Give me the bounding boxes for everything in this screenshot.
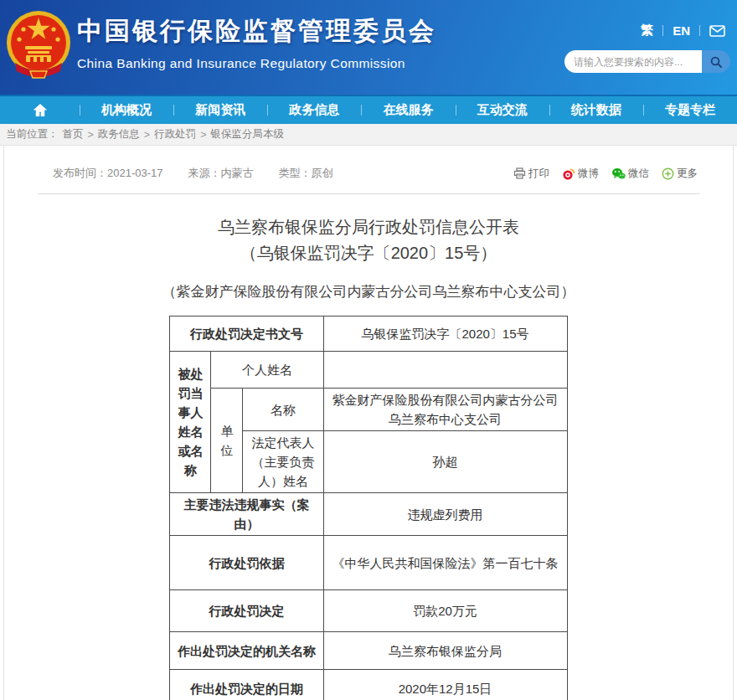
breadcrumb-gov-info[interactable]: 政务信息: [98, 127, 140, 142]
basis-label: 行政处罚依据: [170, 536, 323, 590]
decision-date-value: 2020年12月15日: [323, 670, 567, 700]
home-icon: [33, 103, 48, 117]
print-label: 打印: [528, 167, 549, 181]
type-value: 原创: [312, 167, 333, 179]
share-actions: 打印 微博: [513, 167, 698, 181]
print-button[interactable]: 打印: [513, 167, 549, 181]
lang-traditional-link[interactable]: 繁: [641, 23, 653, 39]
breadcrumb-branch-level[interactable]: 银保监分局本级: [210, 127, 284, 142]
personal-name-label: 个人姓名: [211, 352, 323, 389]
doc-number-value: 乌银保监罚决字〔2020〕15号: [323, 317, 567, 352]
nav-item-special-topics[interactable]: 专题专栏: [643, 96, 737, 124]
doc-number-label: 行政处罚决定书文号: [170, 317, 323, 352]
penalized-entity-line: （紫金财产保险股份有限公司内蒙古分公司乌兰察布中心支公司）: [4, 282, 733, 301]
publish-time-value: 2021-03-17: [107, 167, 163, 179]
mail-link[interactable]: [709, 25, 725, 37]
publish-time: 发布时间：2021-03-17: [53, 166, 163, 181]
site-identity: 中国银行保险监督管理委员会 China Banking and Insuranc…: [77, 14, 436, 71]
page-title-line1: 乌兰察布银保监分局行政处罚信息公开表: [4, 214, 733, 240]
personal-name-value: [323, 352, 567, 389]
breadcrumb: 当前位置： 首页 > 政务信息 > 行政处罚 > 银保监分局本级: [0, 124, 737, 146]
article-meta: 发布时间：2021-03-17 来源：内蒙古 类型：原创: [53, 166, 333, 181]
site-banner: 中国银行保险监督管理委员会 China Banking and Insuranc…: [0, 0, 737, 95]
source-label: 来源：: [188, 167, 221, 179]
party-group-label: 被处罚当事人姓名或名称: [170, 352, 211, 493]
separator: [699, 25, 700, 36]
decision-label: 行政处罚决定: [170, 590, 323, 632]
unit-label: 单位: [211, 389, 243, 493]
search-button[interactable]: [702, 50, 730, 73]
wechat-share-button[interactable]: 微信: [611, 167, 649, 181]
weibo-label: 微博: [578, 167, 599, 181]
more-share-button[interactable]: 更多: [662, 167, 698, 181]
legal-rep-label: 法定代表人（主要负责人）姓名: [243, 431, 323, 493]
lang-en-link[interactable]: EN: [673, 23, 690, 38]
unit-name-label: 名称: [243, 389, 323, 431]
source-value: 内蒙古: [221, 167, 254, 179]
publish-time-label: 发布时间：: [53, 167, 107, 179]
wechat-icon: [611, 167, 626, 180]
national-emblem-icon: [5, 8, 72, 83]
breadcrumb-penalty[interactable]: 行政处罚: [154, 127, 196, 142]
language-bar: 繁 EN: [641, 23, 725, 39]
meta-divider: [38, 193, 699, 194]
breadcrumb-separator: >: [88, 129, 94, 141]
decision-value: 罚款20万元: [323, 590, 567, 632]
plus-circle-icon: [662, 167, 674, 180]
main-nav: 机构概况 新闻资讯 政务信息 在线服务 互动交流 统计数据 专题专栏: [0, 95, 737, 124]
article-container: 发布时间：2021-03-17 来源：内蒙古 类型：原创 打印: [3, 146, 734, 700]
site-title: 中国银行保险监督管理委员会: [77, 14, 436, 49]
legal-rep-value: 孙超: [323, 431, 567, 493]
facts-label: 主要违法违规事实（案由）: [170, 493, 323, 536]
separator: [662, 25, 663, 36]
nav-item-orgs[interactable]: 机构概况: [80, 96, 173, 124]
decision-date-label: 作出处罚决定的日期: [170, 670, 323, 700]
page-title-line2: （乌银保监罚决字〔2020〕15号）: [4, 240, 733, 266]
basis-value: 《中华人民共和国保险法》第一百七十条: [323, 536, 567, 590]
type-label: 类型：: [279, 167, 312, 179]
breadcrumb-label: 当前位置：: [6, 127, 59, 142]
breadcrumb-home[interactable]: 首页: [63, 127, 84, 142]
site-subtitle: China Banking and Insurance Regulatory C…: [77, 56, 436, 71]
printer-icon: [513, 167, 526, 179]
nav-item-gov-info[interactable]: 政务信息: [267, 96, 361, 124]
nav-item-online-services[interactable]: 在线服务: [361, 96, 455, 124]
more-label: 更多: [677, 167, 698, 181]
article-meta-row: 发布时间：2021-03-17 来源：内蒙古 类型：原创 打印: [4, 146, 733, 181]
wechat-label: 微信: [628, 167, 649, 181]
mail-icon: [709, 25, 725, 37]
weibo-icon: [562, 167, 575, 180]
nav-item-news[interactable]: 新闻资讯: [173, 96, 267, 124]
search-input[interactable]: [564, 50, 702, 73]
authority-label: 作出处罚决定的机关名称: [170, 632, 323, 670]
nav-home[interactable]: [0, 96, 80, 124]
facts-value: 违规虚列费用: [323, 493, 567, 536]
breadcrumb-separator: >: [144, 129, 150, 141]
nav-item-statistics[interactable]: 统计数据: [549, 96, 643, 124]
nav-item-interaction[interactable]: 互动交流: [456, 96, 549, 124]
authority-value: 乌兰察布银保监分局: [323, 632, 567, 670]
search-box: [564, 50, 730, 73]
article-type: 类型：原创: [279, 166, 333, 181]
source: 来源：内蒙古: [188, 166, 254, 181]
penalty-info-table: 行政处罚决定书文号 乌银保监罚决字〔2020〕15号 被处罚当事人姓名或名称 个…: [169, 316, 567, 700]
search-icon: [709, 55, 723, 69]
weibo-share-button[interactable]: 微博: [562, 167, 599, 181]
unit-name-value: 紫金财产保险股份有限公司内蒙古分公司乌兰察布中心支公司: [323, 389, 567, 431]
page-title: 乌兰察布银保监分局行政处罚信息公开表 （乌银保监罚决字〔2020〕15号）: [4, 214, 733, 266]
breadcrumb-separator: >: [200, 129, 206, 141]
